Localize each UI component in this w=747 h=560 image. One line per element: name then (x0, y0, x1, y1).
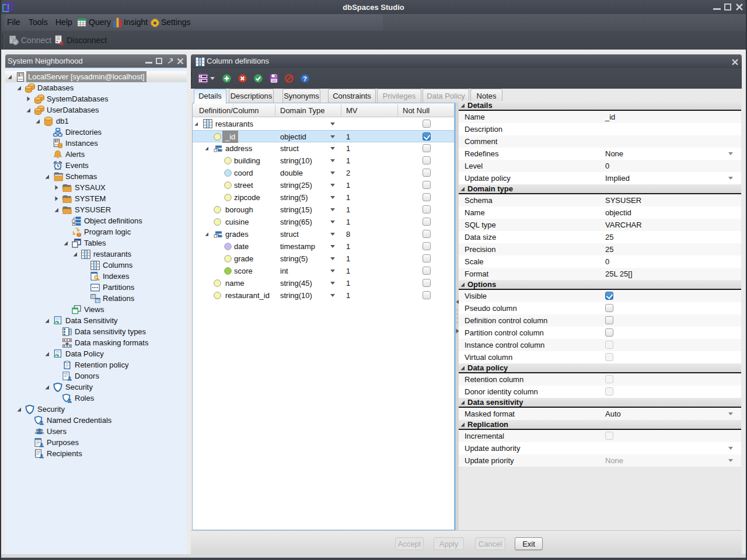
svg-text:?: ? (303, 75, 307, 82)
